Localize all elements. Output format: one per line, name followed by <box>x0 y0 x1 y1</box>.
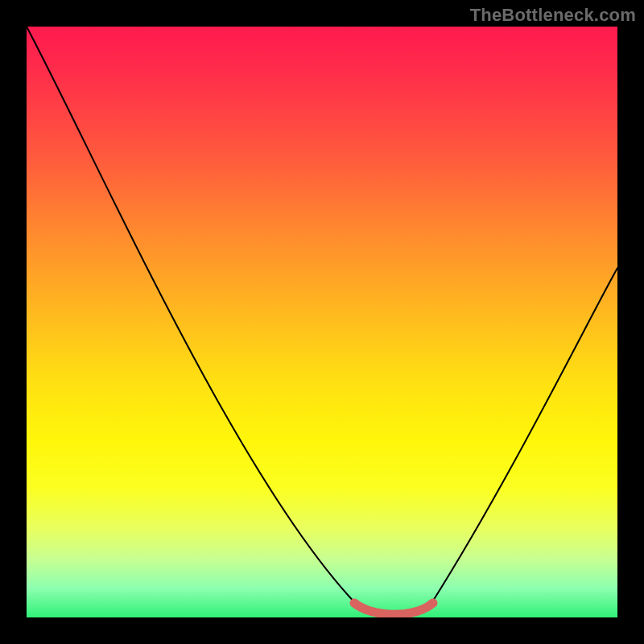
bottleneck-curve <box>27 27 617 613</box>
chart-frame: TheBottleneck.com <box>0 0 644 644</box>
watermark-text: TheBottleneck.com <box>470 5 636 26</box>
plot-area <box>27 27 617 617</box>
highlight-segment <box>354 603 433 614</box>
curve-layer <box>27 27 617 617</box>
